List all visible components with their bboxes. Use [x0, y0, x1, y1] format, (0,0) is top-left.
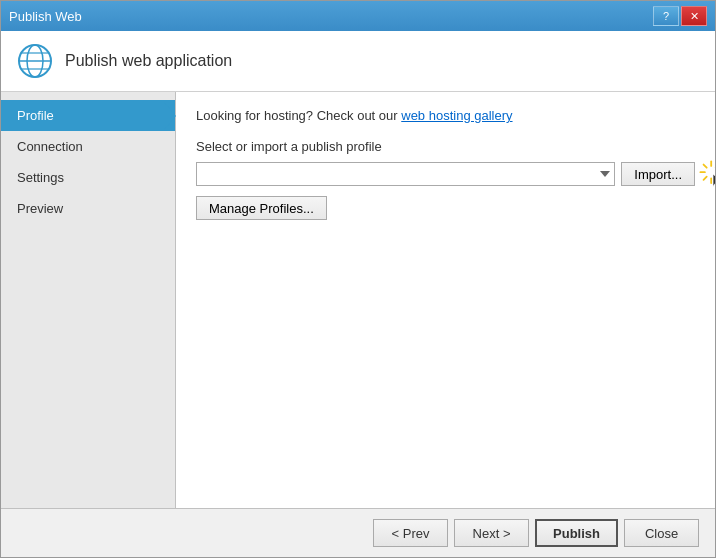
help-button[interactable]: ? [653, 6, 679, 26]
sidebar-item-settings[interactable]: Settings [1, 162, 175, 193]
click-burst-icon [695, 156, 715, 192]
web-hosting-gallery-link[interactable]: web hosting gallery [401, 108, 512, 123]
sidebar-item-connection[interactable]: Connection [1, 131, 175, 162]
svg-line-10 [704, 177, 707, 180]
dialog-footer: < Prev Next > Publish Close [1, 508, 715, 557]
dialog-header-title: Publish web application [65, 52, 232, 70]
window-title: Publish Web [9, 9, 82, 24]
import-button[interactable]: Import... [621, 162, 695, 186]
title-bar-controls: ? ✕ [653, 6, 707, 26]
title-bar: Publish Web ? ✕ [1, 1, 715, 31]
sidebar-item-settings-label: Settings [17, 170, 64, 185]
manage-profiles-button[interactable]: Manage Profiles... [196, 196, 327, 220]
manage-profiles-row: Manage Profiles... [196, 196, 695, 220]
globe-icon [17, 43, 53, 79]
profile-dropdown[interactable] [196, 162, 615, 186]
section-label: Select or import a publish profile [196, 139, 695, 154]
sidebar-item-preview[interactable]: Preview [1, 193, 175, 224]
title-bar-left: Publish Web [9, 9, 82, 24]
sidebar-item-preview-label: Preview [17, 201, 63, 216]
dialog-header: Publish web application [1, 31, 715, 92]
sidebar-item-profile-label: Profile [17, 108, 54, 123]
next-button[interactable]: Next > [454, 519, 529, 547]
sidebar-item-connection-label: Connection [17, 139, 83, 154]
close-button[interactable]: Close [624, 519, 699, 547]
profile-row: Import... [196, 162, 695, 186]
hosting-line: Looking for hosting? Check out our web h… [196, 108, 695, 123]
publish-button[interactable]: Publish [535, 519, 618, 547]
sidebar-item-profile[interactable]: Profile [1, 100, 175, 131]
window-close-button[interactable]: ✕ [681, 6, 707, 26]
svg-marker-13 [713, 174, 715, 188]
sidebar: Profile Connection Settings Preview [1, 92, 176, 508]
dialog-body: Profile Connection Settings Preview Look… [1, 92, 715, 508]
prev-button[interactable]: < Prev [373, 519, 448, 547]
hosting-text: Looking for hosting? Check out our [196, 108, 401, 123]
main-content: Looking for hosting? Check out our web h… [176, 92, 715, 508]
svg-line-12 [704, 165, 707, 168]
publish-web-dialog: Publish Web ? ✕ Publish web application … [0, 0, 716, 558]
